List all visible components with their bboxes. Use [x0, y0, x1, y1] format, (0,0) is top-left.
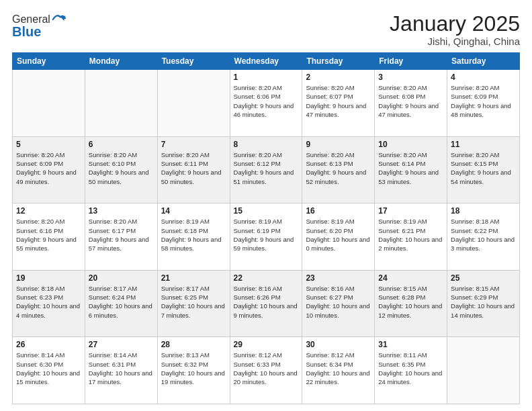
title-block: January 2025 Jishi, Qinghai, China [390, 12, 520, 47]
logo-icon [52, 12, 66, 27]
col-friday: Friday [375, 53, 447, 70]
table-row: 29Sunrise: 8:12 AM Sunset: 6:33 PM Dayli… [230, 337, 302, 404]
table-row: 30Sunrise: 8:12 AM Sunset: 6:34 PM Dayli… [302, 337, 375, 404]
col-monday: Monday [85, 53, 157, 70]
logo: General Blue [12, 12, 66, 40]
col-saturday: Saturday [447, 53, 520, 70]
table-row: 27Sunrise: 8:14 AM Sunset: 6:31 PM Dayli… [85, 337, 157, 404]
page-title: January 2025 [390, 12, 520, 36]
table-row: 31Sunrise: 8:11 AM Sunset: 6:35 PM Dayli… [375, 337, 447, 404]
table-row: 10Sunrise: 8:20 AM Sunset: 6:14 PM Dayli… [375, 136, 447, 203]
table-row: 26Sunrise: 8:14 AM Sunset: 6:30 PM Dayli… [13, 337, 85, 404]
table-row: 19Sunrise: 8:18 AM Sunset: 6:23 PM Dayli… [13, 270, 85, 337]
table-row: 1Sunrise: 8:20 AM Sunset: 6:06 PM Daylig… [230, 70, 302, 137]
table-row: 23Sunrise: 8:16 AM Sunset: 6:27 PM Dayli… [302, 270, 375, 337]
col-thursday: Thursday [302, 53, 375, 70]
table-row [13, 70, 85, 137]
table-row: 15Sunrise: 8:19 AM Sunset: 6:19 PM Dayli… [230, 203, 302, 271]
table-row [157, 70, 230, 137]
table-row: 8Sunrise: 8:20 AM Sunset: 6:12 PM Daylig… [230, 136, 302, 203]
table-row: 20Sunrise: 8:17 AM Sunset: 6:24 PM Dayli… [85, 270, 157, 337]
col-wednesday: Wednesday [230, 53, 302, 70]
table-row: 3Sunrise: 8:20 AM Sunset: 6:08 PM Daylig… [375, 70, 447, 137]
table-row: 4Sunrise: 8:20 AM Sunset: 6:09 PM Daylig… [447, 70, 520, 137]
table-row: 7Sunrise: 8:20 AM Sunset: 6:11 PM Daylig… [157, 136, 230, 203]
table-row [85, 70, 157, 137]
calendar-table: Sunday Monday Tuesday Wednesday Thursday… [12, 52, 520, 404]
table-row: 2Sunrise: 8:20 AM Sunset: 6:07 PM Daylig… [302, 70, 375, 137]
page-subtitle: Jishi, Qinghai, China [390, 36, 520, 47]
table-row: 25Sunrise: 8:15 AM Sunset: 6:29 PM Dayli… [447, 270, 520, 337]
page-header: General Blue January 2025 Jishi, Qinghai… [12, 12, 520, 47]
table-row: 17Sunrise: 8:19 AM Sunset: 6:21 PM Dayli… [375, 203, 447, 271]
table-row: 13Sunrise: 8:20 AM Sunset: 6:17 PM Dayli… [85, 203, 157, 271]
table-row: 5Sunrise: 8:20 AM Sunset: 6:09 PM Daylig… [13, 136, 85, 203]
col-tuesday: Tuesday [157, 53, 230, 70]
table-row [447, 337, 520, 404]
table-row: 22Sunrise: 8:16 AM Sunset: 6:26 PM Dayli… [230, 270, 302, 337]
table-row: 24Sunrise: 8:15 AM Sunset: 6:28 PM Dayli… [375, 270, 447, 337]
table-row: 28Sunrise: 8:13 AM Sunset: 6:32 PM Dayli… [157, 337, 230, 404]
table-row: 14Sunrise: 8:19 AM Sunset: 6:18 PM Dayli… [157, 203, 230, 271]
table-row: 12Sunrise: 8:20 AM Sunset: 6:16 PM Dayli… [13, 203, 85, 271]
table-row: 16Sunrise: 8:19 AM Sunset: 6:20 PM Dayli… [302, 203, 375, 271]
table-row: 6Sunrise: 8:20 AM Sunset: 6:10 PM Daylig… [85, 136, 157, 203]
table-row: 21Sunrise: 8:17 AM Sunset: 6:25 PM Dayli… [157, 270, 230, 337]
calendar-header-row: Sunday Monday Tuesday Wednesday Thursday… [13, 53, 520, 70]
table-row: 11Sunrise: 8:20 AM Sunset: 6:15 PM Dayli… [447, 136, 520, 203]
table-row: 9Sunrise: 8:20 AM Sunset: 6:13 PM Daylig… [302, 136, 375, 203]
table-row: 18Sunrise: 8:18 AM Sunset: 6:22 PM Dayli… [447, 203, 520, 271]
col-sunday: Sunday [13, 53, 85, 70]
